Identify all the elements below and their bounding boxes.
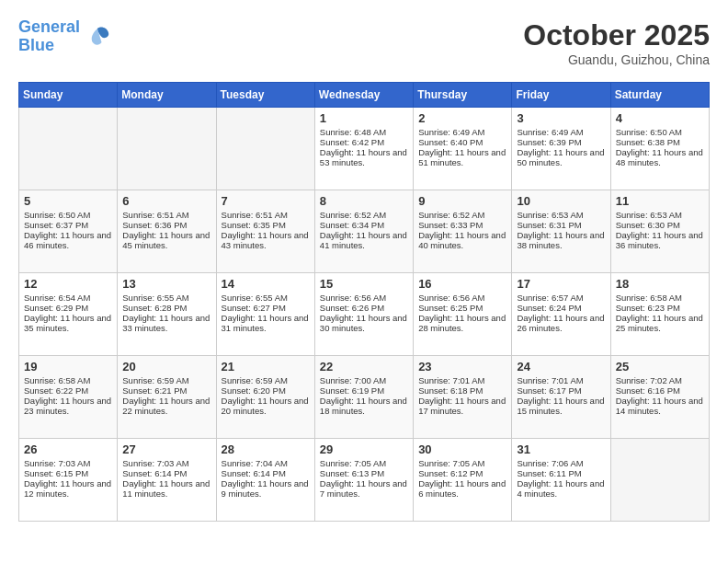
day-number: 6 [122,194,210,208]
title-block: October 2025 Guandu, Guizhou, China [523,18,710,67]
day-number: 12 [24,277,112,291]
calendar-cell: 21Sunrise: 6:59 AMSunset: 6:20 PMDayligh… [216,356,314,439]
calendar-cell: 10Sunrise: 6:53 AMSunset: 6:31 PMDayligh… [512,190,610,273]
page-header: General Blue October 2025 Guandu, Guizho… [18,18,710,67]
day-number: 10 [517,194,605,208]
calendar-cell: 13Sunrise: 6:55 AMSunset: 6:28 PMDayligh… [118,273,216,356]
calendar-cell: 30Sunrise: 7:05 AMSunset: 6:12 PMDayligh… [414,439,512,522]
day-number: 22 [320,360,408,373]
logo-bird-icon [84,23,111,51]
calendar-cell: 20Sunrise: 6:59 AMSunset: 6:21 PMDayligh… [118,356,216,439]
day-number: 18 [616,277,704,291]
weekday-header-sunday: Sunday [19,83,118,108]
day-number: 24 [517,360,605,373]
calendar-cell: 26Sunrise: 7:03 AMSunset: 6:15 PMDayligh… [19,439,118,522]
week-row-3: 12Sunrise: 6:54 AMSunset: 6:29 PMDayligh… [19,273,710,356]
day-number: 2 [418,111,506,125]
day-number: 1 [320,111,408,125]
calendar-cell: 23Sunrise: 7:01 AMSunset: 6:18 PMDayligh… [414,356,512,439]
day-number: 7 [222,194,310,208]
day-number: 19 [24,360,112,373]
calendar-cell: 14Sunrise: 6:55 AMSunset: 6:27 PMDayligh… [216,273,314,356]
calendar-cell: 24Sunrise: 7:01 AMSunset: 6:17 PMDayligh… [512,356,610,439]
calendar-cell: 2Sunrise: 6:49 AMSunset: 6:40 PMDaylight… [414,108,512,190]
day-number: 8 [320,194,408,208]
weekday-header-thursday: Thursday [414,83,512,108]
day-number: 9 [418,194,506,208]
calendar-cell: 15Sunrise: 6:56 AMSunset: 6:26 PMDayligh… [314,273,413,356]
day-number: 17 [517,277,605,291]
calendar-table: SundayMondayTuesdayWednesdayThursdayFrid… [18,82,710,522]
calendar-cell: 17Sunrise: 6:57 AMSunset: 6:24 PMDayligh… [512,273,610,356]
calendar-cell: 18Sunrise: 6:58 AMSunset: 6:23 PMDayligh… [610,273,709,356]
calendar-cell: 9Sunrise: 6:52 AMSunset: 6:33 PMDaylight… [414,190,512,273]
weekday-header-saturday: Saturday [610,83,709,108]
day-number: 15 [320,277,408,291]
day-number: 3 [517,111,605,125]
day-number: 26 [24,442,112,456]
day-number: 23 [418,360,506,373]
day-number: 27 [122,442,210,456]
day-number: 14 [222,277,310,291]
calendar-cell: 16Sunrise: 6:56 AMSunset: 6:25 PMDayligh… [414,273,512,356]
weekday-header-wednesday: Wednesday [314,83,413,108]
logo-text: General Blue [18,18,80,55]
calendar-cell: 22Sunrise: 7:00 AMSunset: 6:19 PMDayligh… [314,356,413,439]
week-row-5: 26Sunrise: 7:03 AMSunset: 6:15 PMDayligh… [19,439,710,522]
weekday-header-friday: Friday [512,83,610,108]
calendar-cell: 3Sunrise: 6:49 AMSunset: 6:39 PMDaylight… [512,108,610,190]
day-number: 29 [320,442,408,456]
logo: General Blue [18,18,111,55]
calendar-cell [216,108,314,190]
day-number: 20 [122,360,210,373]
header-row: SundayMondayTuesdayWednesdayThursdayFrid… [19,83,710,108]
calendar-cell: 19Sunrise: 6:58 AMSunset: 6:22 PMDayligh… [19,356,118,439]
day-number: 28 [222,442,310,456]
calendar-cell [610,439,709,522]
calendar-cell: 6Sunrise: 6:51 AMSunset: 6:36 PMDaylight… [118,190,216,273]
day-number: 16 [418,277,506,291]
week-row-4: 19Sunrise: 6:58 AMSunset: 6:22 PMDayligh… [19,356,710,439]
calendar-cell: 8Sunrise: 6:52 AMSunset: 6:34 PMDaylight… [314,190,413,273]
calendar-cell: 28Sunrise: 7:04 AMSunset: 6:14 PMDayligh… [216,439,314,522]
day-number: 30 [418,442,506,456]
calendar-cell: 5Sunrise: 6:50 AMSunset: 6:37 PMDaylight… [19,190,118,273]
calendar-cell: 7Sunrise: 6:51 AMSunset: 6:35 PMDaylight… [216,190,314,273]
calendar-cell: 29Sunrise: 7:05 AMSunset: 6:13 PMDayligh… [314,439,413,522]
day-number: 21 [222,360,310,373]
day-number: 4 [616,111,704,125]
calendar-cell: 31Sunrise: 7:06 AMSunset: 6:11 PMDayligh… [512,439,610,522]
calendar-cell: 27Sunrise: 7:03 AMSunset: 6:14 PMDayligh… [118,439,216,522]
day-number: 31 [517,442,605,456]
week-row-1: 1Sunrise: 6:48 AMSunset: 6:42 PMDaylight… [19,108,710,190]
weekday-header-tuesday: Tuesday [216,83,314,108]
day-number: 25 [616,360,704,373]
month-title: October 2025 [523,18,710,52]
day-number: 5 [24,194,112,208]
calendar-cell [19,108,118,190]
calendar-cell: 25Sunrise: 7:02 AMSunset: 6:16 PMDayligh… [610,356,709,439]
calendar-cell: 11Sunrise: 6:53 AMSunset: 6:30 PMDayligh… [610,190,709,273]
calendar-cell: 12Sunrise: 6:54 AMSunset: 6:29 PMDayligh… [19,273,118,356]
day-number: 11 [616,194,704,208]
calendar-cell: 4Sunrise: 6:50 AMSunset: 6:38 PMDaylight… [610,108,709,190]
location: Guandu, Guizhou, China [523,52,710,67]
day-number: 13 [122,277,210,291]
calendar-cell [118,108,216,190]
week-row-2: 5Sunrise: 6:50 AMSunset: 6:37 PMDaylight… [19,190,710,273]
calendar-cell: 1Sunrise: 6:48 AMSunset: 6:42 PMDaylight… [314,108,413,190]
weekday-header-monday: Monday [118,83,216,108]
